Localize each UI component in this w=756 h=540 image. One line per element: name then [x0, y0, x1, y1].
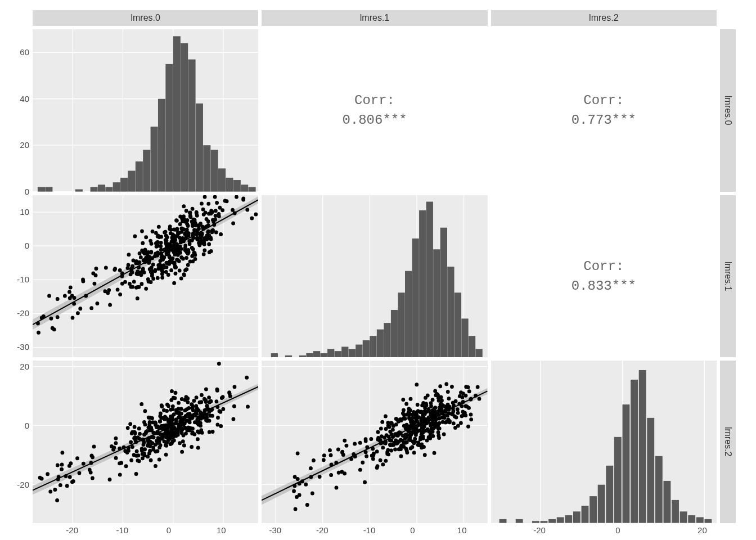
svg-point-900 — [210, 414, 214, 418]
svg-point-263 — [130, 264, 134, 268]
svg-point-1244 — [312, 458, 316, 462]
svg-point-1152 — [402, 398, 406, 402]
svg-point-432 — [81, 277, 85, 281]
svg-point-162 — [107, 288, 111, 292]
svg-point-475 — [174, 227, 178, 231]
svg-point-360 — [159, 248, 163, 251]
svg-point-888 — [171, 432, 175, 436]
svg-point-828 — [147, 416, 151, 420]
corr-label: Corr: — [583, 259, 624, 274]
svg-point-905 — [142, 440, 146, 444]
svg-point-721 — [194, 404, 198, 408]
svg-point-1217 — [409, 397, 413, 401]
svg-point-536 — [56, 464, 60, 467]
svg-point-1036 — [296, 477, 300, 481]
svg-point-450 — [142, 258, 146, 262]
svg-rect-487 — [299, 355, 306, 357]
svg-rect-508 — [448, 267, 454, 358]
svg-point-1214 — [456, 424, 460, 428]
svg-point-556 — [75, 457, 79, 461]
svg-point-62 — [141, 241, 145, 245]
svg-point-1329 — [440, 399, 444, 403]
svg-point-884 — [183, 422, 187, 426]
svg-point-309 — [146, 250, 150, 254]
svg-point-558 — [232, 404, 236, 408]
svg-rect-494 — [349, 349, 356, 357]
svg-point-206 — [200, 201, 204, 205]
svg-point-1358 — [384, 442, 388, 446]
svg-point-262 — [179, 276, 183, 280]
svg-point-563 — [174, 391, 178, 395]
x-tick-label: 0 — [166, 525, 171, 535]
svg-point-379 — [159, 244, 163, 248]
svg-point-630 — [82, 462, 86, 466]
svg-rect-1410 — [622, 404, 629, 523]
svg-point-933 — [146, 439, 150, 443]
svg-point-311 — [191, 247, 195, 251]
svg-point-1112 — [329, 453, 333, 457]
svg-point-1245 — [417, 443, 421, 447]
svg-point-847 — [195, 418, 199, 422]
svg-point-1243 — [376, 465, 380, 469]
svg-point-1187 — [402, 417, 406, 421]
svg-point-1136 — [336, 448, 340, 452]
y-tick-label: 10 — [20, 207, 29, 217]
svg-point-1314 — [343, 472, 347, 476]
svg-point-946 — [40, 477, 44, 481]
svg-point-903 — [184, 414, 188, 418]
svg-point-451 — [108, 303, 112, 307]
svg-point-1337 — [431, 422, 435, 426]
svg-point-1378 — [310, 492, 314, 496]
svg-point-934 — [166, 435, 170, 439]
svg-point-1285 — [416, 410, 420, 413]
svg-point-344 — [156, 240, 160, 244]
svg-point-295 — [173, 266, 177, 269]
svg-rect-511 — [469, 336, 475, 357]
svg-rect-488 — [307, 353, 313, 358]
svg-rect-1419 — [696, 518, 704, 523]
svg-point-368 — [178, 214, 182, 218]
svg-point-672 — [184, 432, 188, 436]
svg-point-912 — [114, 456, 118, 460]
svg-point-320 — [68, 296, 72, 300]
svg-point-180 — [214, 230, 218, 234]
svg-point-1086 — [467, 406, 471, 410]
svg-rect-1416 — [672, 500, 679, 523]
svg-point-553 — [46, 472, 50, 476]
svg-point-1363 — [431, 408, 435, 412]
svg-point-268 — [69, 285, 73, 289]
svg-rect-29 — [196, 104, 203, 192]
svg-point-476 — [185, 222, 189, 226]
svg-point-978 — [335, 486, 339, 490]
svg-point-921 — [197, 423, 201, 427]
svg-point-355 — [184, 231, 188, 235]
svg-point-723 — [207, 396, 211, 400]
svg-point-1388 — [408, 412, 412, 416]
svg-point-767 — [48, 490, 52, 494]
svg-point-1274 — [466, 425, 470, 429]
svg-point-1026 — [384, 415, 388, 418]
svg-rect-483 — [271, 353, 278, 358]
svg-rect-9 — [45, 187, 52, 191]
x-tick-label: 0 — [410, 525, 415, 535]
svg-rect-1403 — [565, 515, 572, 523]
svg-point-244 — [231, 208, 235, 212]
svg-point-1384 — [426, 394, 430, 398]
svg-point-615 — [190, 445, 194, 449]
svg-rect-16 — [98, 184, 105, 191]
svg-point-995 — [365, 454, 369, 458]
svg-point-317 — [214, 214, 218, 218]
svg-rect-493 — [341, 346, 348, 357]
svg-point-427 — [184, 209, 188, 213]
svg-point-461 — [185, 250, 189, 254]
svg-point-465 — [157, 224, 161, 228]
svg-point-316 — [160, 276, 164, 280]
svg-rect-25 — [165, 64, 173, 192]
svg-rect-497 — [370, 336, 377, 357]
svg-point-1292 — [459, 421, 463, 425]
svg-point-440 — [172, 281, 176, 285]
svg-rect-33 — [226, 178, 233, 192]
x-tick-label: 0 — [615, 525, 620, 535]
svg-point-394 — [191, 259, 195, 263]
svg-point-113 — [214, 209, 218, 213]
